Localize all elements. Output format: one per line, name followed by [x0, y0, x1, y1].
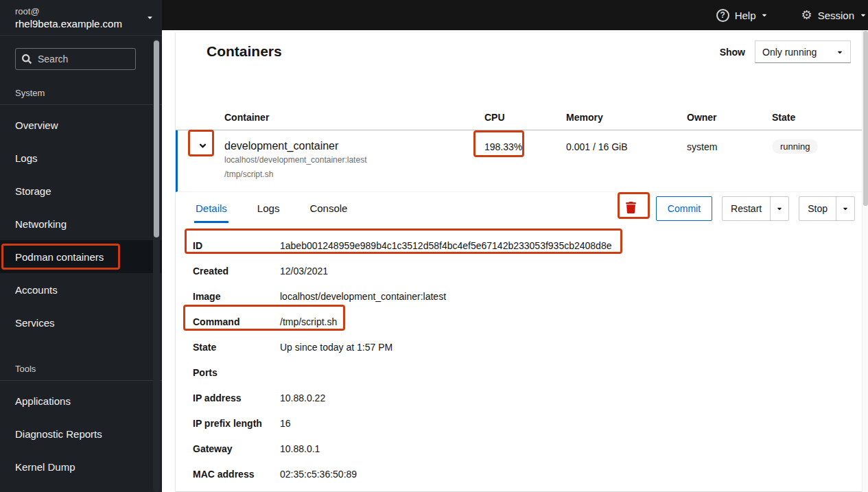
search-input[interactable] [15, 48, 136, 70]
detail-row-id: ID 1abeb001248959e989b4c1c3512d58f4bc4ef… [193, 233, 862, 259]
row-expand-button[interactable] [190, 134, 215, 159]
sidebar-item-logs[interactable]: Logs [0, 141, 162, 174]
help-icon: ? [716, 9, 729, 22]
detail-label: Gateway [193, 443, 280, 456]
stop-dropdown-toggle[interactable] [836, 197, 854, 220]
container-row[interactable]: development_container localhost/developm… [176, 130, 862, 192]
detail-label: ID [193, 239, 280, 253]
detail-label: IP address [193, 392, 280, 405]
host-switcher[interactable]: root@ rhel9beta.example.com [0, 0, 162, 36]
stop-button[interactable]: Stop [799, 197, 836, 220]
detail-label: Command [193, 316, 280, 329]
container-command: /tmp/script.sh [224, 167, 484, 182]
detail-value: 12/03/2021 [280, 265, 862, 278]
container-name: development_container [224, 139, 484, 153]
sidebar-item-accounts[interactable]: Accounts [0, 273, 162, 306]
col-state: State [772, 106, 862, 130]
help-label: Help [735, 10, 756, 21]
host-name: rhel9beta.example.com [15, 17, 146, 30]
detail-row-image: Image localhost/development_container:la… [193, 284, 862, 309]
col-container: Container [224, 106, 484, 130]
restart-split-button: Restart [722, 196, 789, 221]
detail-row-ip-address: IP address 10.88.0.22 [193, 386, 862, 411]
status-badge: running [772, 139, 818, 154]
detail-label: MAC address [193, 468, 280, 481]
host-switcher-labels: root@ rhel9beta.example.com [15, 5, 146, 30]
detail-label: Image [193, 290, 280, 303]
session-menu[interactable]: ⚙ Session [793, 0, 868, 30]
sidebar-item-networking[interactable]: Networking [0, 207, 162, 240]
containers-card: Containers Show Only running Container C… [176, 32, 862, 491]
detail-value: 02:35:c5:36:50:89 [280, 468, 862, 481]
sidebar-item-kernel-dump[interactable]: Kernel Dump [0, 450, 162, 483]
nav-items-system: Overview Logs Storage Networking Podman … [0, 108, 162, 339]
restart-button[interactable]: Restart [723, 197, 770, 220]
sidebar-scrollbar[interactable] [153, 38, 160, 492]
detail-row-ip-prefix-length: IP prefix length 16 [193, 411, 862, 436]
sidebar-item-podman-containers[interactable]: Podman containers [0, 240, 162, 273]
detail-label: State [193, 341, 280, 354]
col-owner: Owner [687, 106, 772, 130]
sidebar-scrollbar-thumb[interactable] [154, 40, 159, 237]
detail-value [280, 366, 862, 379]
tab-details[interactable]: Details [194, 194, 228, 223]
expand-cell [178, 130, 224, 191]
container-cpu: 198.33% [484, 130, 566, 191]
tab-console[interactable]: Console [308, 194, 349, 223]
page-title: Containers [207, 42, 282, 61]
show-filter-value: Only running [762, 47, 817, 58]
trash-icon [626, 202, 636, 215]
detail-value: Up since today at 1:57 PM [280, 341, 862, 354]
chevron-down-icon [146, 14, 154, 21]
detail-value: /tmp/script.sh [280, 316, 862, 329]
container-state-cell: running [772, 130, 862, 191]
detail-label: Created [193, 265, 280, 278]
detail-row-mac-address: MAC address 02:35:c5:36:50:89 [193, 462, 862, 487]
detail-label: Ports [193, 366, 280, 379]
detail-row-created: Created 12/03/2021 [193, 259, 862, 284]
container-owner: system [687, 130, 772, 191]
sidebar-search [15, 48, 136, 70]
detail-row-command: Command /tmp/script.sh [193, 309, 862, 335]
gear-icon: ⚙ [801, 9, 812, 21]
main-content: Containers Show Only running Container C… [162, 30, 868, 492]
detail-value: 1abeb001248959e989b4c1c3512d58f4bc4ef5e6… [280, 239, 862, 253]
detail-value: 10.88.0.1 [280, 443, 862, 456]
detail-label: IP prefix length [193, 417, 280, 430]
caret-down-icon [836, 49, 843, 56]
col-expand [176, 106, 224, 130]
main-scrollbar-thumb[interactable] [863, 31, 868, 206]
sidebar-item-services[interactable]: Services [0, 306, 162, 339]
col-memory: Memory [566, 106, 687, 130]
sidebar-item-applications[interactable]: Applications [0, 384, 162, 417]
detail-row-state: State Up since today at 1:57 PM [193, 335, 862, 360]
masthead: ? Help ⚙ Session [162, 0, 868, 30]
restart-dropdown-toggle[interactable] [770, 197, 788, 220]
show-label: Show [720, 47, 745, 58]
show-filter: Show Only running [720, 40, 851, 63]
stop-split-button: Stop [799, 196, 855, 221]
host-user: root@ [15, 5, 146, 17]
sidebar-item-diagnostic-reports[interactable]: Diagnostic Reports [0, 417, 162, 450]
commit-button[interactable]: Commit [656, 196, 712, 221]
main-scrollbar[interactable] [862, 30, 868, 492]
container-image: localhost/development_container:latest [224, 153, 484, 167]
detail-value: 10.88.0.22 [280, 392, 862, 405]
sidebar: root@ rhel9beta.example.com System Overv… [0, 0, 162, 492]
nav-section-system: System [0, 88, 162, 105]
container-name-cell: development_container localhost/developm… [224, 130, 484, 191]
tab-logs[interactable]: Logs [256, 194, 281, 223]
detail-value: localhost/development_container:latest [280, 290, 862, 303]
chevron-down-icon [860, 12, 867, 19]
sidebar-item-storage[interactable]: Storage [0, 174, 162, 207]
search-icon [22, 54, 32, 67]
details-list: ID 1abeb001248959e989b4c1c3512d58f4bc4ef… [193, 233, 862, 487]
detail-row-gateway: Gateway 10.88.0.1 [193, 436, 862, 462]
show-filter-select[interactable]: Only running [755, 40, 851, 63]
delete-button[interactable] [616, 196, 646, 222]
sidebar-item-overview[interactable]: Overview [0, 108, 162, 141]
session-label: Session [818, 10, 854, 21]
nav-section-tools: Tools [0, 364, 162, 381]
detail-row-ports: Ports [193, 360, 862, 386]
help-menu[interactable]: ? Help [708, 0, 777, 30]
